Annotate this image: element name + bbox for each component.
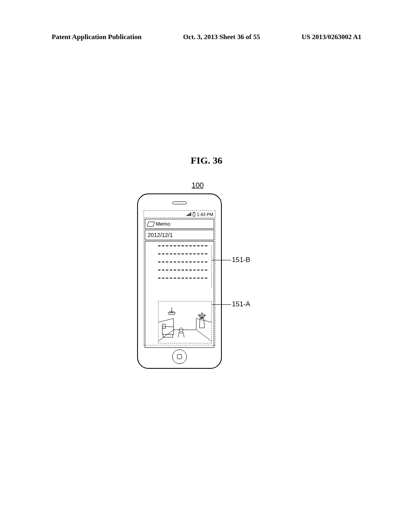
text-line — [158, 278, 207, 278]
signal-icon — [187, 212, 191, 216]
reference-number-device: 100 — [192, 181, 204, 190]
memo-date: 2012/12/1 — [145, 230, 214, 240]
text-line — [158, 262, 207, 262]
text-line — [158, 270, 207, 270]
room-illustration — [159, 301, 211, 343]
phone-screen: 1:43 PM Memo 2012/12/1 — [144, 210, 215, 345]
header-publication-number: US 2013/0263002 A1 — [302, 33, 361, 41]
svg-point-8 — [169, 311, 171, 313]
svg-line-0 — [159, 318, 173, 322]
svg-rect-11 — [162, 327, 173, 335]
memo-text-area — [158, 245, 212, 288]
phone-speaker — [172, 202, 187, 204]
home-button — [172, 349, 187, 364]
page-header: Patent Application Publication Oct. 3, 2… — [52, 33, 361, 41]
svg-rect-12 — [162, 324, 165, 328]
reference-number-image-area: 151-A — [232, 300, 250, 308]
header-sheet-info: Oct. 3, 2013 Sheet 36 of 55 — [183, 33, 260, 41]
figure-title: FIG. 36 — [0, 155, 413, 166]
leader-line — [212, 304, 231, 305]
leader-line — [212, 260, 231, 260]
phone-device: 1:43 PM Memo 2012/12/1 — [137, 193, 222, 369]
text-line — [158, 245, 207, 246]
status-bar: 1:43 PM — [144, 211, 215, 218]
text-line — [158, 254, 207, 254]
memo-content — [145, 241, 214, 348]
reference-number-text-area: 151-B — [232, 256, 250, 264]
svg-line-2 — [159, 330, 173, 341]
home-button-icon — [177, 354, 182, 359]
phone-body: 1:43 PM Memo 2012/12/1 — [137, 193, 222, 369]
app-header: Memo — [145, 219, 214, 229]
svg-rect-13 — [163, 334, 173, 337]
status-time: 1:43 PM — [197, 212, 213, 217]
svg-line-3 — [196, 330, 211, 341]
svg-point-10 — [173, 311, 175, 313]
battery-icon — [193, 212, 195, 216]
header-publication-type: Patent Application Publication — [52, 33, 142, 41]
app-title: Memo — [156, 221, 170, 227]
pencil-icon — [147, 222, 154, 227]
memo-image-area — [158, 301, 212, 343]
